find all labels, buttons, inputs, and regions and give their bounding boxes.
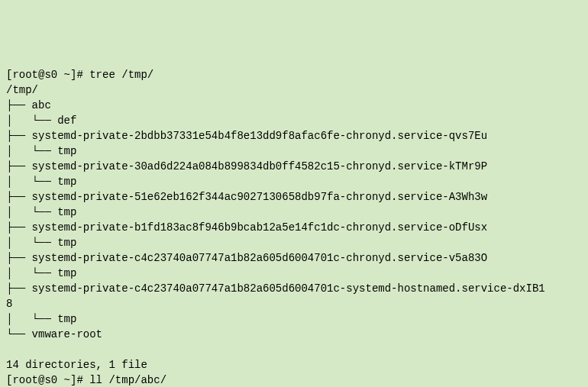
tree-line: │ └── tmp xyxy=(6,237,76,249)
tree-line: ├── abc xyxy=(6,99,51,111)
prompt: [root@s0 ~]# xyxy=(6,374,89,386)
tree-line: 8 xyxy=(6,298,12,310)
command-tree: tree /tmp/ xyxy=(89,69,153,81)
tree-line: │ └── tmp xyxy=(6,145,76,157)
tree-line: │ └── tmp xyxy=(6,313,76,325)
tree-line: │ └── tmp xyxy=(6,176,76,188)
tree-summary: 14 directories, 1 file xyxy=(6,359,147,371)
terminal[interactable]: [root@s0 ~]# tree /tmp/ /tmp/ ├── abc │ … xyxy=(0,61,588,387)
tree-root: /tmp/ xyxy=(6,84,38,96)
tree-line: │ └── tmp xyxy=(6,267,76,279)
tree-line: ├── systemd-private-c4c23740a07747a1b82a… xyxy=(6,252,487,264)
tree-line: └── vmware-root xyxy=(6,328,102,340)
tree-line: │ └── def xyxy=(6,114,76,127)
tree-line: ├── systemd-private-30ad6d224a084b899834… xyxy=(6,160,487,173)
tree-line: ├── systemd-private-51e62eb162f344ac9027… xyxy=(6,191,487,203)
prompt: [root@s0 ~]# xyxy=(6,69,89,81)
tree-line: ├── systemd-private-b1fd183ac8f946b9bcab… xyxy=(6,221,487,234)
command-ll: ll /tmp/abc/ xyxy=(89,374,166,386)
tree-line: ├── systemd-private-2bdbb37331e54b4f8e13… xyxy=(6,130,487,142)
tree-line: │ └── tmp xyxy=(6,206,76,218)
tree-line: ├── systemd-private-c4c23740a07747a1b82a… xyxy=(6,282,545,295)
